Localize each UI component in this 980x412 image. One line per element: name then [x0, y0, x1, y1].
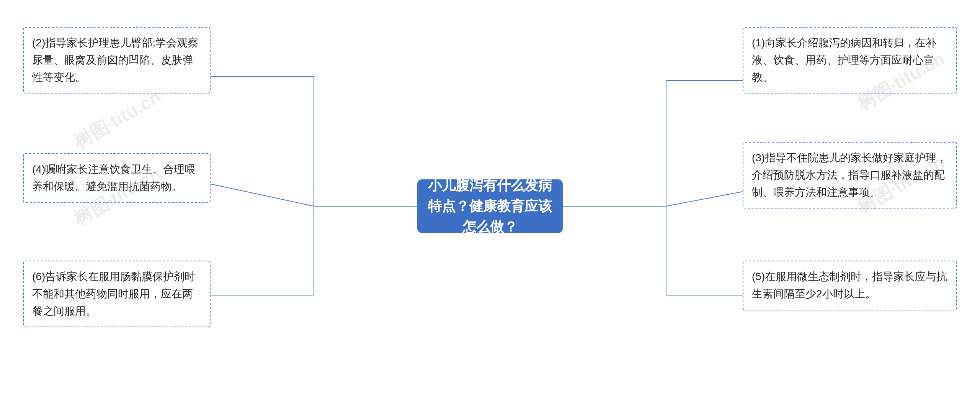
right-box-3: (5)在服用微生态制剂时，指导家长应与抗生素间隔至少2小时以上。: [743, 261, 957, 310]
left-box-2: (4)嘱咐家长注意饮食卫生、合理喂养和保暖。避免滥用抗菌药物。: [23, 153, 211, 203]
right-box-2: (3)指导不住院患儿的家长做好家庭护理，介绍预防脱水方法，指导口服补液盐的配制、…: [743, 142, 957, 208]
center-node-text: 小儿腹泻有什么发病特点？健康教育应该怎么做？: [425, 175, 555, 237]
left-box-3: (6)告诉家长在服用肠黏膜保护剂时不能和其他药物同时服用，应在两餐之间服用。: [23, 261, 211, 327]
left-box-3-text: (6)告诉家长在服用肠黏膜保护剂时不能和其他药物同时服用，应在两餐之间服用。: [32, 271, 195, 317]
right-box-2-text: (3)指导不住院患儿的家长做好家庭护理，介绍预防脱水方法，指导口服补液盐的配制、…: [752, 152, 947, 198]
right-box-1-text: (1)向家长介绍腹泻的病因和转归，在补液、饮食、用药、护理等方面应耐心宣教。: [752, 37, 936, 83]
right-box-3-text: (5)在服用微生态制剂时，指导家长应与抗生素间隔至少2小时以上。: [752, 271, 947, 300]
svg-line-4: [211, 184, 314, 206]
watermark-1: 树图·titu.cn: [69, 85, 165, 154]
left-box-1: (2)指导家长护理患儿臀部;学会观察尿量、眼窝及前囟的凹陷、皮肤弹性等变化。: [23, 27, 211, 94]
svg-line-10: [666, 192, 743, 206]
canvas: 树图·titu.cn 树图·titu.cn 树图·titu.cn 树图·titu…: [0, 0, 980, 412]
right-box-1: (1)向家长介绍腹泻的病因和转归，在补液、饮食、用药、护理等方面应耐心宣教。: [743, 27, 957, 94]
left-box-2-text: (4)嘱咐家长注意饮食卫生、合理喂养和保暖。避免滥用抗菌药物。: [32, 163, 195, 192]
left-box-1-text: (2)指导家长护理患儿臀部;学会观察尿量、眼窝及前囟的凹陷、皮肤弹性等变化。: [32, 37, 198, 83]
center-node: 小儿腹泻有什么发病特点？健康教育应该怎么做？: [417, 179, 563, 233]
